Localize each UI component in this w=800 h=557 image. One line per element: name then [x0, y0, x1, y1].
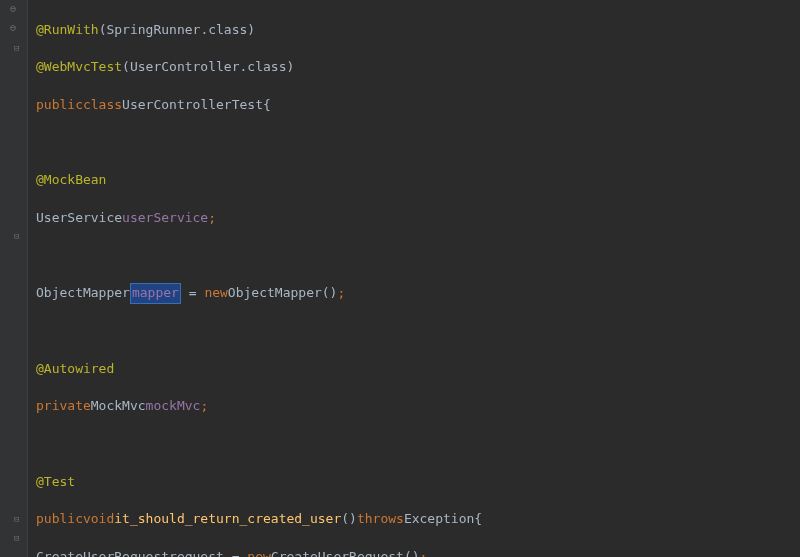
- code-line: [36, 134, 800, 153]
- code-line: ObjectMapper mapper = new ObjectMapper()…: [36, 284, 800, 303]
- fold-icon[interactable]: ⊟: [14, 230, 24, 240]
- code-editor[interactable]: @RunWith(SpringRunner.class) @WebMvcTest…: [28, 0, 800, 557]
- code-line: private MockMvc mockMvc;: [36, 397, 800, 416]
- code-line: @RunWith(SpringRunner.class): [36, 21, 800, 40]
- code-line: @Test: [36, 473, 800, 492]
- annotation: @RunWith: [36, 21, 99, 40]
- code-line: @Autowired: [36, 360, 800, 379]
- code-line: @MockBean: [36, 171, 800, 190]
- code-line: [36, 322, 800, 341]
- code-line: public void it_should_return_created_use…: [36, 510, 800, 529]
- code-line: [36, 435, 800, 454]
- annotation: @MockBean: [36, 171, 106, 190]
- annotation: @Test: [36, 473, 75, 492]
- annotation: @WebMvcTest: [36, 58, 122, 77]
- code-line: @WebMvcTest(UserController.class): [36, 58, 800, 77]
- method-name: it_should_return_created_user: [114, 510, 341, 529]
- code-line: public class UserControllerTest {: [36, 96, 800, 115]
- fold-icon[interactable]: ⊟: [14, 532, 24, 542]
- gutter-override-icon[interactable]: ⊖: [6, 21, 20, 35]
- editor-gutter: ⊖ ⊖ ⊟ ⊟ ⊟ ⊟: [0, 0, 28, 557]
- annotation: @Autowired: [36, 360, 114, 379]
- fold-icon[interactable]: ⊟: [14, 513, 24, 523]
- code-line: [36, 247, 800, 266]
- code-line: CreateUserRequest request = new CreateUs…: [36, 548, 800, 557]
- code-line: UserService userService;: [36, 209, 800, 228]
- fold-icon[interactable]: ⊟: [14, 42, 24, 52]
- highlighted-identifier: mapper: [130, 283, 181, 304]
- gutter-override-icon[interactable]: ⊖: [6, 2, 20, 16]
